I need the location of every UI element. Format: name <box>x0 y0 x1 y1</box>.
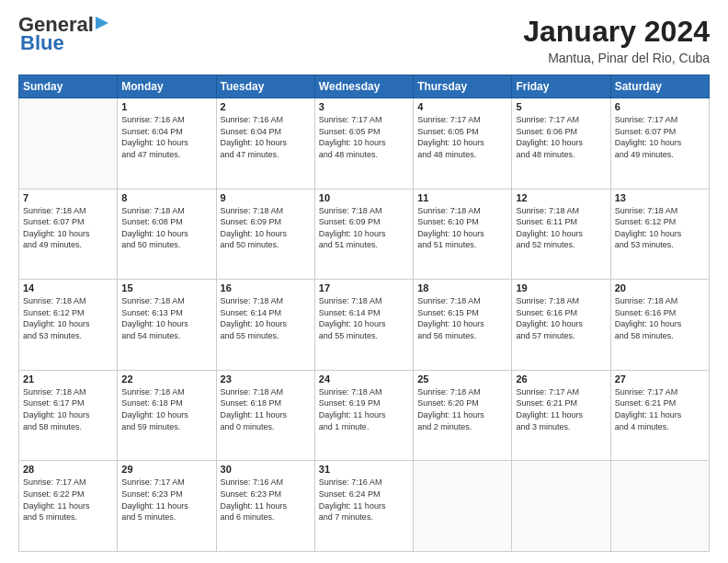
calendar-cell: 5Sunrise: 7:17 AMSunset: 6:06 PMDaylight… <box>512 98 610 190</box>
day-info: Sunrise: 7:18 AMSunset: 6:13 PMDaylight:… <box>121 295 211 341</box>
calendar-cell: 23Sunrise: 7:18 AMSunset: 6:18 PMDayligh… <box>216 370 314 461</box>
day-info: Sunrise: 7:18 AMSunset: 6:12 PMDaylight:… <box>615 205 705 251</box>
calendar-cell: 28Sunrise: 7:17 AMSunset: 6:22 PMDayligh… <box>19 461 118 552</box>
day-number: 28 <box>23 464 113 475</box>
day-info: Sunrise: 7:18 AMSunset: 6:12 PMDaylight:… <box>23 295 113 341</box>
calendar-cell: 19Sunrise: 7:18 AMSunset: 6:16 PMDayligh… <box>512 280 610 371</box>
day-number: 22 <box>121 373 211 385</box>
weekday-header-thursday: Thursday <box>414 75 512 98</box>
day-number: 16 <box>221 282 311 293</box>
weekday-header-friday: Friday <box>512 75 610 98</box>
week-row-5: 28Sunrise: 7:17 AMSunset: 6:22 PMDayligh… <box>19 461 710 552</box>
day-info: Sunrise: 7:18 AMSunset: 6:10 PMDaylight:… <box>417 205 507 251</box>
calendar-cell: 7Sunrise: 7:18 AMSunset: 6:07 PMDaylight… <box>19 189 118 280</box>
calendar-cell: 4Sunrise: 7:17 AMSunset: 6:05 PMDaylight… <box>414 98 512 190</box>
day-info: Sunrise: 7:17 AMSunset: 6:22 PMDaylight:… <box>23 477 113 523</box>
day-info: Sunrise: 7:17 AMSunset: 6:07 PMDaylight:… <box>615 114 705 160</box>
calendar-cell <box>414 461 512 552</box>
calendar-cell: 8Sunrise: 7:18 AMSunset: 6:08 PMDaylight… <box>118 189 216 280</box>
day-number: 1 <box>121 101 211 112</box>
day-number: 7 <box>23 192 113 203</box>
day-number: 17 <box>319 282 409 293</box>
day-info: Sunrise: 7:18 AMSunset: 6:17 PMDaylight:… <box>23 386 113 432</box>
calendar-cell <box>610 461 709 552</box>
day-number: 31 <box>319 464 409 475</box>
day-number: 25 <box>417 373 507 385</box>
day-number: 10 <box>319 192 409 203</box>
day-number: 8 <box>121 192 211 203</box>
calendar-cell: 30Sunrise: 7:16 AMSunset: 6:23 PMDayligh… <box>216 461 314 552</box>
calendar-cell <box>19 98 118 190</box>
day-number: 26 <box>516 373 606 385</box>
day-number: 20 <box>615 282 705 293</box>
day-info: Sunrise: 7:16 AMSunset: 6:04 PMDaylight:… <box>121 114 211 160</box>
calendar-cell: 12Sunrise: 7:18 AMSunset: 6:11 PMDayligh… <box>512 189 610 280</box>
location-subtitle: Mantua, Pinar del Rio, Cuba <box>523 51 710 65</box>
svg-marker-0 <box>96 17 108 29</box>
day-number: 11 <box>417 192 507 203</box>
day-info: Sunrise: 7:17 AMSunset: 6:23 PMDaylight:… <box>121 477 211 523</box>
calendar-cell <box>512 461 610 552</box>
day-info: Sunrise: 7:18 AMSunset: 6:16 PMDaylight:… <box>516 295 606 341</box>
day-number: 6 <box>615 101 705 112</box>
day-number: 14 <box>23 282 113 293</box>
day-info: Sunrise: 7:18 AMSunset: 6:14 PMDaylight:… <box>221 295 311 341</box>
day-info: Sunrise: 7:18 AMSunset: 6:18 PMDaylight:… <box>221 386 311 432</box>
day-number: 2 <box>221 101 311 112</box>
day-info: Sunrise: 7:18 AMSunset: 6:09 PMDaylight:… <box>221 205 311 251</box>
day-info: Sunrise: 7:17 AMSunset: 6:21 PMDaylight:… <box>516 386 606 432</box>
day-info: Sunrise: 7:18 AMSunset: 6:19 PMDaylight:… <box>319 386 409 432</box>
calendar-cell: 10Sunrise: 7:18 AMSunset: 6:09 PMDayligh… <box>314 189 413 280</box>
day-number: 24 <box>319 373 409 385</box>
day-number: 9 <box>221 192 311 203</box>
calendar-cell: 1Sunrise: 7:16 AMSunset: 6:04 PMDaylight… <box>118 98 216 190</box>
calendar-cell: 25Sunrise: 7:18 AMSunset: 6:20 PMDayligh… <box>414 370 512 461</box>
day-info: Sunrise: 7:17 AMSunset: 6:05 PMDaylight:… <box>417 114 507 160</box>
day-info: Sunrise: 7:18 AMSunset: 6:09 PMDaylight:… <box>319 205 409 251</box>
day-number: 18 <box>417 282 507 293</box>
week-row-3: 14Sunrise: 7:18 AMSunset: 6:12 PMDayligh… <box>19 280 710 371</box>
weekday-header-row: SundayMondayTuesdayWednesdayThursdayFrid… <box>19 75 710 98</box>
week-row-4: 21Sunrise: 7:18 AMSunset: 6:17 PMDayligh… <box>19 370 710 461</box>
day-info: Sunrise: 7:18 AMSunset: 6:11 PMDaylight:… <box>516 205 606 251</box>
weekday-header-sunday: Sunday <box>19 75 118 98</box>
day-info: Sunrise: 7:18 AMSunset: 6:07 PMDaylight:… <box>23 205 113 251</box>
weekday-header-tuesday: Tuesday <box>216 75 314 98</box>
day-number: 12 <box>516 192 606 203</box>
day-info: Sunrise: 7:16 AMSunset: 6:24 PMDaylight:… <box>319 477 409 523</box>
weekday-header-monday: Monday <box>118 75 216 98</box>
day-info: Sunrise: 7:17 AMSunset: 6:21 PMDaylight:… <box>615 386 705 432</box>
day-info: Sunrise: 7:16 AMSunset: 6:04 PMDaylight:… <box>221 114 311 160</box>
day-info: Sunrise: 7:18 AMSunset: 6:14 PMDaylight:… <box>319 295 409 341</box>
week-row-1: 1Sunrise: 7:16 AMSunset: 6:04 PMDaylight… <box>19 98 710 190</box>
day-number: 19 <box>516 282 606 293</box>
day-number: 30 <box>221 464 311 475</box>
calendar-cell: 21Sunrise: 7:18 AMSunset: 6:17 PMDayligh… <box>19 370 118 461</box>
calendar-cell: 2Sunrise: 7:16 AMSunset: 6:04 PMDaylight… <box>216 98 314 190</box>
calendar-cell: 9Sunrise: 7:18 AMSunset: 6:09 PMDaylight… <box>216 189 314 280</box>
day-number: 4 <box>417 101 507 112</box>
day-number: 15 <box>121 282 211 293</box>
day-info: Sunrise: 7:17 AMSunset: 6:05 PMDaylight:… <box>319 114 409 160</box>
logo-arrow-icon <box>96 15 112 31</box>
header: General Blue January 2024 Mantua, Pinar … <box>18 15 710 65</box>
calendar-cell: 11Sunrise: 7:18 AMSunset: 6:10 PMDayligh… <box>414 189 512 280</box>
day-number: 5 <box>516 101 606 112</box>
day-info: Sunrise: 7:18 AMSunset: 6:16 PMDaylight:… <box>615 295 705 341</box>
calendar-cell: 6Sunrise: 7:17 AMSunset: 6:07 PMDaylight… <box>610 98 709 190</box>
day-info: Sunrise: 7:18 AMSunset: 6:15 PMDaylight:… <box>417 295 507 341</box>
calendar-cell: 27Sunrise: 7:17 AMSunset: 6:21 PMDayligh… <box>610 370 709 461</box>
week-row-2: 7Sunrise: 7:18 AMSunset: 6:07 PMDaylight… <box>19 189 710 280</box>
day-number: 3 <box>319 101 409 112</box>
calendar-cell: 13Sunrise: 7:18 AMSunset: 6:12 PMDayligh… <box>610 189 709 280</box>
calendar-cell: 15Sunrise: 7:18 AMSunset: 6:13 PMDayligh… <box>118 280 216 371</box>
weekday-header-wednesday: Wednesday <box>314 75 413 98</box>
calendar-table: SundayMondayTuesdayWednesdayThursdayFrid… <box>18 75 710 552</box>
calendar-cell: 20Sunrise: 7:18 AMSunset: 6:16 PMDayligh… <box>610 280 709 371</box>
day-info: Sunrise: 7:18 AMSunset: 6:20 PMDaylight:… <box>417 386 507 432</box>
month-title: January 2024 <box>523 15 710 49</box>
day-info: Sunrise: 7:18 AMSunset: 6:18 PMDaylight:… <box>121 386 211 432</box>
day-info: Sunrise: 7:18 AMSunset: 6:08 PMDaylight:… <box>121 205 211 251</box>
calendar-cell: 17Sunrise: 7:18 AMSunset: 6:14 PMDayligh… <box>314 280 413 371</box>
calendar-cell: 31Sunrise: 7:16 AMSunset: 6:24 PMDayligh… <box>314 461 413 552</box>
